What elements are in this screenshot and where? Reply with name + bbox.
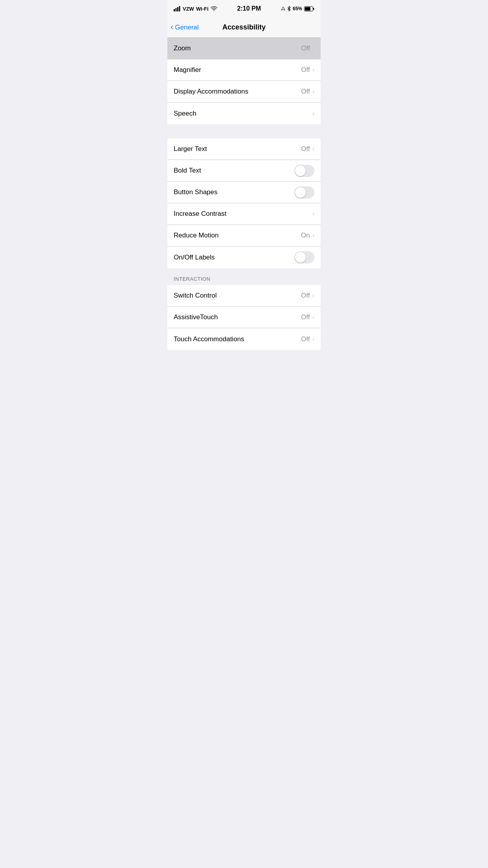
row-display-accommodations[interactable]: Display Accommodations Off › <box>167 81 321 103</box>
row-label-bold-text: Bold Text <box>174 167 294 175</box>
status-time: 2:10 PM <box>237 5 261 12</box>
row-label-magnifier: Magnifier <box>174 66 301 74</box>
row-label-speech: Speech <box>174 110 312 118</box>
row-assistivetouch[interactable]: AssistiveTouch Off › <box>167 307 321 328</box>
page-title: Accessibility <box>222 23 266 31</box>
battery-percent: 65% <box>293 6 302 11</box>
bluetooth-icon <box>287 6 291 11</box>
carrier-text: VZW <box>183 6 194 12</box>
chevron-icon-touch-accommodations: › <box>312 336 314 343</box>
row-reduce-motion[interactable]: Reduce Motion On › <box>167 225 321 246</box>
toggle-knob-onoff-labels <box>295 252 306 263</box>
row-switch-control[interactable]: Switch Control Off › <box>167 285 321 307</box>
row-label-button-shapes: Button Shapes <box>174 188 294 196</box>
row-touch-accommodations[interactable]: Touch Accommodations Off › <box>167 328 321 350</box>
toggle-onoff-labels[interactable] <box>294 251 314 263</box>
svg-rect-2 <box>177 7 178 11</box>
svg-rect-0 <box>174 9 175 11</box>
group-display: Larger Text Off › Bold Text Button Shape… <box>167 138 321 268</box>
row-label-zoom: Zoom <box>174 44 301 52</box>
toggle-button-shapes[interactable] <box>294 186 314 199</box>
row-value-touch-accommodations: Off <box>301 335 310 343</box>
row-label-larger-text: Larger Text <box>174 145 301 153</box>
svg-rect-6 <box>305 7 310 11</box>
location-icon <box>281 6 285 11</box>
group-vision: Zoom Off › Magnifier Off › Display Accom… <box>167 38 321 124</box>
row-label-display-accommodations: Display Accommodations <box>174 88 301 96</box>
row-magnifier[interactable]: Magnifier Off › <box>167 59 321 81</box>
chevron-icon-switch-control: › <box>312 292 314 299</box>
row-label-switch-control: Switch Control <box>174 292 301 300</box>
toggle-knob-bold-text <box>295 166 306 176</box>
status-bar: VZW Wi-Fi 2:10 PM 65% <box>167 0 321 17</box>
section-header-interaction: INTERACTION <box>167 268 321 285</box>
signal-icon <box>174 6 181 11</box>
wifi-text: Wi-Fi <box>196 6 209 12</box>
row-label-increase-contrast: Increase Contrast <box>174 210 312 218</box>
chevron-icon-zoom: › <box>312 45 314 52</box>
row-speech[interactable]: Speech › <box>167 103 321 124</box>
chevron-icon-larger-text: › <box>312 145 314 153</box>
row-value-magnifier: Off <box>301 66 310 74</box>
svg-rect-3 <box>179 6 180 12</box>
row-value-larger-text: Off <box>301 145 310 153</box>
status-carrier: VZW Wi-Fi <box>174 6 217 12</box>
row-bold-text[interactable]: Bold Text <box>167 160 321 182</box>
group-spacer-1 <box>167 124 321 138</box>
row-label-onoff-labels: On/Off Labels <box>174 254 294 261</box>
group-interaction: Switch Control Off › AssistiveTouch Off … <box>167 285 321 350</box>
row-value-assistivetouch: Off <box>301 313 310 321</box>
toggle-bold-text[interactable] <box>294 165 314 177</box>
back-label: General <box>175 24 198 31</box>
row-label-touch-accommodations: Touch Accommodations <box>174 335 301 343</box>
svg-rect-1 <box>176 8 177 12</box>
row-value-display-accommodations: Off <box>301 88 310 96</box>
row-onoff-labels[interactable]: On/Off Labels <box>167 246 321 268</box>
chevron-icon-speech: › <box>312 110 314 117</box>
status-right: 65% <box>281 6 314 11</box>
svg-rect-5 <box>313 8 314 10</box>
nav-bar: ‹ General Accessibility <box>167 17 321 38</box>
back-chevron-icon: ‹ <box>171 23 173 31</box>
row-increase-contrast[interactable]: Increase Contrast › <box>167 203 321 225</box>
chevron-icon-increase-contrast: › <box>312 210 314 217</box>
row-value-switch-control: Off <box>301 292 310 300</box>
chevron-icon-assistivetouch: › <box>312 314 314 321</box>
row-zoom[interactable]: Zoom Off › <box>167 38 321 59</box>
chevron-icon-reduce-motion: › <box>312 232 314 239</box>
back-button[interactable]: ‹ General <box>171 24 199 31</box>
row-value-reduce-motion: On <box>301 232 310 239</box>
wifi-icon <box>211 6 217 11</box>
row-value-zoom: Off <box>301 44 310 52</box>
row-larger-text[interactable]: Larger Text Off › <box>167 138 321 160</box>
row-label-reduce-motion: Reduce Motion <box>174 232 301 239</box>
chevron-icon-magnifier: › <box>312 66 314 74</box>
battery-icon <box>304 6 314 11</box>
row-button-shapes[interactable]: Button Shapes <box>167 182 321 203</box>
row-label-assistivetouch: AssistiveTouch <box>174 313 301 321</box>
chevron-icon-display-accommodations: › <box>312 88 314 95</box>
toggle-knob-button-shapes <box>295 187 306 198</box>
